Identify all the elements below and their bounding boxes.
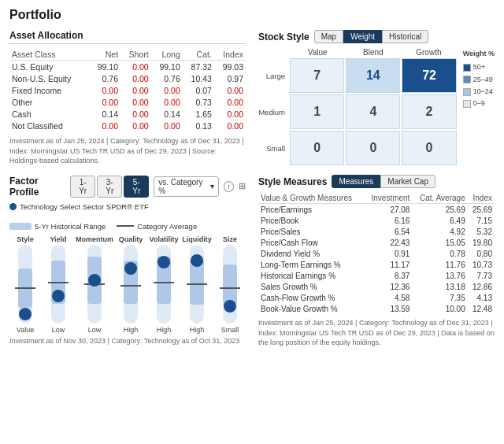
- weight-swatch: [463, 64, 471, 72]
- sm-cell: 6.49: [412, 215, 467, 226]
- factor-chart: StyleValueYieldLowMomentumLowQualityHigh…: [9, 235, 246, 334]
- aa-table-row: Fixed Income0.000.000.000.070.00: [9, 84, 246, 96]
- asset-allocation-table: Asset ClassNetShortLongCat.Index U.S. Eq…: [9, 49, 246, 131]
- aa-col-header: Net: [89, 49, 120, 61]
- sm-cell: Price/Sales: [258, 226, 365, 237]
- sm-table-row: Price/Earnings27.0825.6925.69: [258, 204, 495, 216]
- sm-table-row: Price/Sales6.544.925.32: [258, 226, 495, 237]
- aa-cell: 0.00: [151, 120, 183, 131]
- aa-cell: 0.76: [89, 72, 120, 84]
- sm-cell: 25.69: [468, 204, 495, 216]
- ss-tab-map[interactable]: Map: [314, 30, 343, 43]
- ss-cell: 2: [402, 94, 456, 129]
- factor-col-top-label: Liquidity: [182, 235, 212, 243]
- aa-cell: 0.97: [214, 72, 246, 84]
- factor-tab-1yr[interactable]: 1-Yr: [70, 176, 95, 198]
- vs-category-dropdown[interactable]: vs. Category % ▾: [154, 176, 219, 197]
- aa-cell: 0.00: [120, 84, 151, 96]
- factor-pill: [82, 245, 107, 324]
- weight-legend-item: 25–49: [463, 74, 495, 86]
- factor-col-top-label: Momentum: [76, 235, 113, 243]
- sm-cell: 7.35: [412, 292, 467, 303]
- sm-col-header: Index: [468, 193, 495, 204]
- stock-style-title: Stock Style: [258, 31, 309, 43]
- aa-col-header: Asset Class: [9, 49, 89, 61]
- info-icon[interactable]: i: [224, 181, 234, 192]
- sm-cell: 15.05: [412, 237, 467, 248]
- sm-cell: 4.58: [365, 292, 413, 303]
- aa-cell: Non-U.S. Equity: [9, 72, 89, 84]
- factor-col-top-label: Quality: [119, 235, 143, 243]
- aa-col-header: Cat.: [183, 49, 214, 61]
- vs-label: vs. Category %: [158, 178, 207, 195]
- ss-cell: 4: [346, 94, 400, 129]
- pill-avg-line: [48, 282, 69, 283]
- sm-cell: 11.76: [412, 259, 467, 270]
- factor-tab-5yr[interactable]: 5-Yr: [124, 176, 149, 198]
- sm-cell: 5.32: [468, 226, 495, 237]
- factor-note: Investment as of Nov 30, 2023 | Category…: [9, 337, 246, 345]
- sm-cell: Long-Term Earnings %: [258, 259, 365, 270]
- factor-tab-group: 1-Yr3-Yr5-Yr: [70, 176, 149, 198]
- sm-cell: 0.78: [412, 248, 467, 259]
- sm-table-row: Cash-Flow Growth %4.587.354.13: [258, 292, 495, 303]
- weight-legend-item: 10–24: [463, 86, 495, 98]
- avg-line: [117, 225, 134, 227]
- weight-swatch: [463, 100, 471, 108]
- ss-tab-weight[interactable]: Weight: [343, 30, 382, 43]
- range-label: 5-Yr Historical Range: [35, 222, 106, 231]
- sm-table-row: Sales Growth %12.3613.1812.86: [258, 281, 495, 292]
- sm-cell: 0.80: [468, 248, 495, 259]
- factor-col-top-label: Volatility: [150, 235, 179, 243]
- aa-cell: 0.00: [120, 120, 151, 131]
- weight-swatch: [463, 76, 471, 83]
- aa-cell: 0.76: [151, 72, 183, 84]
- factor-col-size: SizeSmall: [214, 235, 246, 334]
- sm-tab-measures[interactable]: Measures: [332, 175, 380, 188]
- aa-cell: 99.10: [151, 61, 183, 73]
- style-measures-title: Style Measures: [258, 176, 327, 187]
- ss-row: Large71472: [258, 58, 457, 93]
- sm-cell: 13.76: [412, 270, 467, 281]
- sm-col-header: Value & Growth Measures: [258, 193, 365, 204]
- pill-dot: [124, 262, 137, 275]
- pill-avg-line: [154, 282, 174, 283]
- sm-table-row: Price/Cash Flow22.4315.0519.80: [258, 237, 495, 248]
- sm-table-row: Dividend Yield %0.910.780.80: [258, 248, 495, 259]
- factor-col-liquidity: LiquidityHigh: [181, 235, 213, 334]
- ss-row: Medium142: [258, 94, 457, 129]
- sm-cell: 6.16: [365, 215, 413, 226]
- pill-avg-line: [120, 285, 141, 287]
- factor-tab-3yr[interactable]: 3-Yr: [97, 176, 122, 198]
- factor-col-bottom-label: Small: [221, 326, 239, 334]
- sm-cell: Book-Value Growth %: [258, 303, 365, 314]
- sm-cell: Cash-Flow Growth %: [258, 292, 365, 303]
- aa-cell: 0.07: [183, 84, 214, 96]
- sm-cell: 7.73: [468, 270, 495, 281]
- pill-dot: [191, 254, 203, 267]
- ss-col-header: Value: [290, 48, 346, 57]
- factor-col-bottom-label: Low: [52, 326, 65, 334]
- aa-cell: 87.32: [183, 61, 214, 73]
- aa-cell: 0.00: [89, 120, 120, 131]
- sm-cell: 12.36: [365, 281, 413, 292]
- factor-pill: [118, 245, 143, 324]
- weight-legend-item: 50+: [463, 61, 495, 73]
- ss-tab-historical[interactable]: Historical: [382, 30, 428, 43]
- aa-cell: 0.14: [151, 108, 183, 120]
- sm-cell: Price/Book: [258, 215, 365, 226]
- grid-icon[interactable]: ⊞: [239, 181, 246, 191]
- factor-pill: [151, 245, 176, 324]
- page-title: Portfolio: [9, 8, 495, 22]
- factor-col-bottom-label: Low: [88, 326, 102, 334]
- factor-col-momentum: MomentumLow: [76, 235, 113, 334]
- aa-cell: Not Classified: [9, 120, 89, 131]
- factor-col-bottom-label: High: [157, 326, 172, 334]
- sm-cell: 0.91: [365, 248, 413, 259]
- asset-allocation-note: Investment as of Jan 25, 2024 | Category…: [9, 136, 246, 166]
- style-measures-note: Investment as of Jan 25, 2024 | Category…: [258, 318, 495, 348]
- style-box-wrapper: ValueBlendGrowth Large71472Medium142Smal…: [258, 48, 495, 165]
- sm-tab-market-cap[interactable]: Market Cap: [380, 175, 435, 188]
- factor-col-top-label: Style: [17, 235, 34, 243]
- ss-cell: 0: [290, 131, 344, 165]
